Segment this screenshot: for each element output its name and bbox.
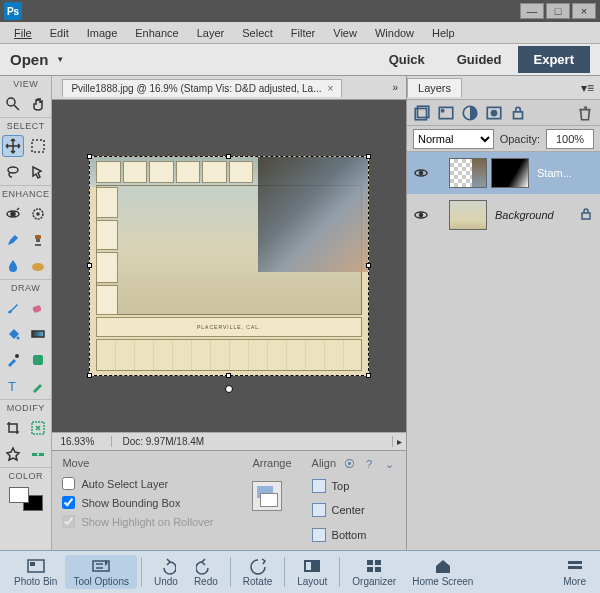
window-close-button[interactable]: × <box>572 3 596 19</box>
clone-stamp-tool[interactable] <box>27 229 49 251</box>
align-center-button[interactable] <box>312 503 326 517</box>
canvas[interactable]: PLACERVILLE, CAL. <box>89 156 369 376</box>
bounding-box-checkbox[interactable]: Show Bounding Box <box>62 496 232 509</box>
open-dropdown-icon[interactable]: ▼ <box>56 55 64 64</box>
layer-mask-thumbnail[interactable] <box>491 158 529 188</box>
content-aware-tool[interactable] <box>2 443 24 465</box>
canvas-area[interactable]: PLACERVILLE, CAL. <box>52 100 406 432</box>
rotate-button[interactable]: Rotate <box>235 557 280 587</box>
layer-name[interactable]: Stam... <box>533 167 594 179</box>
transform-handle[interactable] <box>87 373 92 378</box>
crop-tool[interactable] <box>2 417 24 439</box>
foreground-color[interactable] <box>9 487 29 503</box>
recompose-tool[interactable] <box>27 417 49 439</box>
menu-file[interactable]: File <box>6 25 40 41</box>
svg-point-14 <box>15 354 19 358</box>
smart-brush-tool[interactable] <box>2 229 24 251</box>
shape-tool[interactable] <box>27 349 49 371</box>
menu-window[interactable]: Window <box>367 25 422 41</box>
tool-options-button[interactable]: Tool Options <box>65 555 137 589</box>
distribute-icon[interactable]: ⦿ <box>342 457 356 471</box>
undo-button[interactable]: Undo <box>146 557 186 587</box>
transform-handle[interactable] <box>87 263 92 268</box>
redeye-tool[interactable] <box>2 203 24 225</box>
rotate-handle[interactable] <box>225 385 233 393</box>
layer-mask-icon[interactable] <box>485 104 503 122</box>
zoom-tool[interactable] <box>2 93 24 115</box>
new-group-icon[interactable] <box>437 104 455 122</box>
window-minimize-button[interactable]: — <box>520 3 544 19</box>
photo-bin-button[interactable]: Photo Bin <box>6 557 65 587</box>
menu-help[interactable]: Help <box>424 25 463 41</box>
help-icon[interactable]: ? <box>362 457 376 471</box>
pencil-tool[interactable] <box>27 375 49 397</box>
eraser-tool[interactable] <box>27 297 49 319</box>
transform-handle[interactable] <box>87 154 92 159</box>
layer-name[interactable]: Background <box>491 209 574 221</box>
layer-row[interactable]: Background <box>407 194 600 236</box>
scroll-right-icon[interactable]: ▸ <box>392 436 406 447</box>
new-layer-icon[interactable] <box>413 104 431 122</box>
menu-layer[interactable]: Layer <box>189 25 233 41</box>
brush-tool[interactable] <box>2 297 24 319</box>
svg-rect-44 <box>568 561 582 564</box>
opacity-label: Opacity: <box>500 133 540 145</box>
marquee-tool[interactable] <box>27 135 49 157</box>
spot-heal-tool[interactable] <box>27 203 49 225</box>
straighten-tool[interactable] <box>27 443 49 465</box>
organizer-button[interactable]: Organizer <box>344 557 404 587</box>
transform-handle[interactable] <box>226 154 231 159</box>
align-bottom-button[interactable] <box>312 528 326 542</box>
menu-edit[interactable]: Edit <box>42 25 77 41</box>
menu-image[interactable]: Image <box>79 25 126 41</box>
visibility-icon[interactable] <box>413 207 429 223</box>
home-screen-button[interactable]: Home Screen <box>404 557 481 587</box>
adjustment-layer-icon[interactable] <box>461 104 479 122</box>
lasso-tool[interactable] <box>2 161 24 183</box>
transform-handle[interactable] <box>366 263 371 268</box>
layer-row[interactable]: Stam... <box>407 152 600 194</box>
transform-handle[interactable] <box>366 154 371 159</box>
blend-mode-select[interactable]: Normal <box>413 129 494 149</box>
window-maximize-button[interactable]: □ <box>546 3 570 19</box>
paint-bucket-tool[interactable] <box>2 323 24 345</box>
align-top-button[interactable] <box>312 479 326 493</box>
layout-button[interactable]: Layout <box>289 557 335 587</box>
layer-thumbnail[interactable] <box>449 200 487 230</box>
lock-layer-icon[interactable] <box>509 104 527 122</box>
menu-view[interactable]: View <box>325 25 365 41</box>
tab-overflow-icon[interactable]: » <box>384 82 406 93</box>
redo-button[interactable]: Redo <box>186 557 226 587</box>
menu-filter[interactable]: Filter <box>283 25 323 41</box>
open-button[interactable]: Open <box>10 51 48 68</box>
zoom-level[interactable]: 16.93% <box>52 436 112 447</box>
move-tool[interactable] <box>2 135 24 157</box>
delete-layer-icon[interactable] <box>576 104 594 122</box>
auto-select-checkbox[interactable]: Auto Select Layer <box>62 477 232 490</box>
document-tab[interactable]: Pville1888.jpg @ 16.9% (Stamp Vis: D&D a… <box>62 79 342 97</box>
opacity-input[interactable]: 100% <box>546 129 594 149</box>
layer-thumbnail[interactable] <box>449 158 487 188</box>
blur-tool[interactable] <box>2 255 24 277</box>
menu-select[interactable]: Select <box>234 25 281 41</box>
type-tool[interactable]: T <box>2 375 24 397</box>
sponge-tool[interactable] <box>27 255 49 277</box>
transform-handle[interactable] <box>226 373 231 378</box>
gradient-tool[interactable] <box>27 323 49 345</box>
mode-guided[interactable]: Guided <box>441 46 518 73</box>
collapse-icon[interactable]: ⌄ <box>382 457 396 471</box>
quick-select-tool[interactable] <box>27 161 49 183</box>
eyedropper-tool[interactable] <box>2 349 24 371</box>
transform-handle[interactable] <box>366 373 371 378</box>
mode-expert[interactable]: Expert <box>518 46 590 73</box>
hand-tool[interactable] <box>27 93 49 115</box>
menu-enhance[interactable]: Enhance <box>127 25 186 41</box>
close-tab-icon[interactable]: × <box>328 83 334 94</box>
panel-menu-icon[interactable]: ▾≡ <box>581 81 600 95</box>
more-button[interactable]: More <box>555 557 594 587</box>
layers-panel-tab[interactable]: Layers <box>407 78 462 97</box>
arrange-button[interactable] <box>252 481 282 511</box>
visibility-icon[interactable] <box>413 165 429 181</box>
mode-quick[interactable]: Quick <box>373 46 441 73</box>
color-swatch[interactable] <box>9 487 43 511</box>
